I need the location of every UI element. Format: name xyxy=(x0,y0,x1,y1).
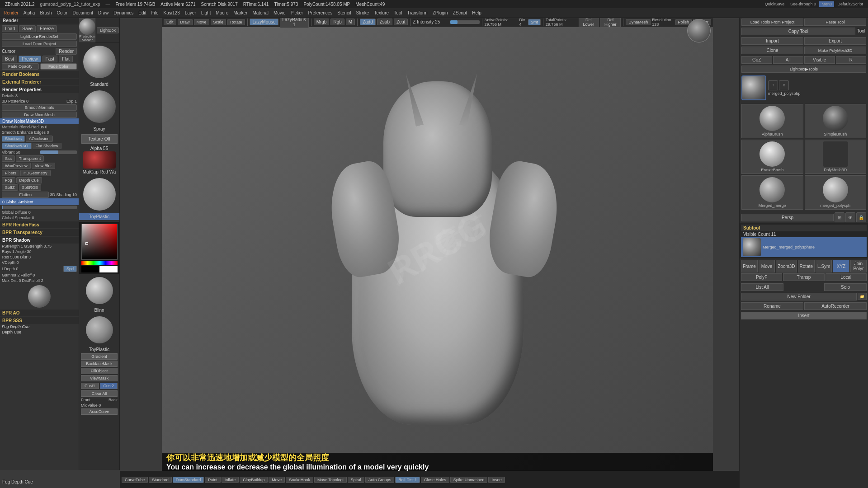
menu-marker[interactable]: Marker xyxy=(231,10,249,16)
import-btn[interactable]: Import xyxy=(741,37,803,45)
paste-tool-btn[interactable]: Paste Tool xyxy=(804,19,866,26)
polymesh-item[interactable]: PolyMesh3D xyxy=(805,140,867,174)
subtool-merged-item[interactable]: Merged_merged_polysphere xyxy=(741,237,867,257)
gradient-btn[interactable]: Gradient xyxy=(81,353,118,360)
black-swatch[interactable] xyxy=(81,266,99,272)
del-higher-btn[interactable]: Del Higher xyxy=(600,17,621,28)
white-swatch[interactable] xyxy=(99,266,118,272)
zoom3d-btn[interactable]: Zoom3D xyxy=(776,260,797,272)
z-intensity-slider[interactable] xyxy=(450,20,479,24)
toyplastic1-item[interactable]: ToyPlastic xyxy=(79,178,119,220)
join-polyf-btn[interactable]: Join Polyr xyxy=(850,260,867,272)
scroll-btn[interactable]: ↕ xyxy=(768,80,778,90)
flat-shadow-btn[interactable]: Flat Shadow xyxy=(33,143,61,149)
mrgb-btn[interactable]: Mrgb xyxy=(314,19,330,25)
best-btn[interactable]: Best xyxy=(2,56,17,62)
menu-movie[interactable]: Movie xyxy=(272,10,288,16)
canvas-viewport[interactable]: RRCG 人人素材 xyxy=(162,27,713,470)
menu-picker[interactable]: Picker xyxy=(289,10,305,16)
eraser-brush-item[interactable]: EraserBrush xyxy=(741,140,803,174)
visible-btn[interactable]: Visible xyxy=(804,56,835,64)
clone-btn[interactable]: Clone xyxy=(741,47,803,54)
transparent-btn[interactable]: Transparent xyxy=(16,155,44,162)
projection-master-btn[interactable]: ProjectionMaster xyxy=(79,18,96,42)
shadow-ao-btn[interactable]: Shadow&AO xyxy=(2,143,32,149)
menu-zscript[interactable]: ZScript xyxy=(451,10,469,16)
rgb-btn[interactable]: Rgb xyxy=(330,19,344,25)
menu-zplugin[interactable]: ZPlugin xyxy=(431,10,450,16)
view-blur-btn[interactable]: View Blur xyxy=(32,163,55,169)
draw-micromesh-btn[interactable]: Draw MicroMesh xyxy=(2,112,77,118)
move-topologi-btn[interactable]: Move Topologi xyxy=(314,477,347,483)
all-btn[interactable]: All xyxy=(773,56,804,64)
paint-btn[interactable]: Paint xyxy=(205,477,221,483)
lsym-btn[interactable]: L.Sym xyxy=(816,260,832,272)
m-btn[interactable]: M xyxy=(346,19,355,25)
simple-brush-item[interactable]: SimpleBrush xyxy=(805,104,867,138)
goz-btn[interactable]: GoZ xyxy=(741,56,772,64)
zoom-btn[interactable]: ⊕ xyxy=(779,80,789,90)
transp-btn[interactable]: Transp xyxy=(783,273,824,281)
softrgb-btn[interactable]: SoftRGB xyxy=(19,184,42,191)
active-tool-thumb[interactable] xyxy=(741,75,766,100)
zsub-btn[interactable]: Zsub xyxy=(377,19,392,25)
fibers-btn[interactable]: Fibers xyxy=(2,170,19,176)
menus-btn[interactable]: Menu xyxy=(819,1,834,7)
list-all-btn[interactable]: List All xyxy=(741,283,783,291)
export-btn[interactable]: Export xyxy=(804,37,866,45)
auto-groups-btn[interactable]: Auto Groups xyxy=(365,477,395,483)
move-mode-btn[interactable]: Move xyxy=(194,19,209,25)
clear-all-btn[interactable]: Clear All xyxy=(81,390,118,397)
preview-btn[interactable]: Preview xyxy=(19,56,41,62)
save-btn[interactable]: Save xyxy=(19,25,36,32)
bpr-sss-header[interactable]: BPR SSS xyxy=(0,317,79,324)
subtool-header[interactable]: Subtool xyxy=(741,225,867,231)
inflate-btn[interactable]: Inflate xyxy=(222,477,239,483)
zadd-btn[interactable]: Zadd xyxy=(360,19,376,25)
render-properties-header[interactable]: Render Properties xyxy=(0,86,79,93)
draw-mode-btn[interactable]: Draw xyxy=(178,19,193,25)
copy-tool-btn[interactable]: Copy Tool xyxy=(741,28,855,35)
local-btn[interactable]: Local xyxy=(826,273,867,281)
view-mask-btn[interactable]: ViewMask xyxy=(81,375,118,381)
bw-strip[interactable] xyxy=(81,266,118,272)
load-from-proj-btn[interactable]: Load From Project xyxy=(2,41,77,47)
nav-sphere[interactable] xyxy=(687,19,711,42)
flatten-btn[interactable]: Flatten xyxy=(2,192,49,198)
standard-brush-btn[interactable]: Standard xyxy=(149,477,172,483)
render-panel-title[interactable]: Render xyxy=(0,17,79,24)
menu-draw[interactable]: Draw xyxy=(96,10,110,16)
shadows-btn[interactable]: Shadows xyxy=(2,136,25,142)
menu-stroke[interactable]: Stroke xyxy=(354,10,371,16)
menu-file[interactable]: File xyxy=(149,10,160,16)
cust2-btn[interactable]: Cust2 xyxy=(100,383,118,389)
fast-btn[interactable]: Fast xyxy=(42,56,57,62)
menu-document[interactable]: Document xyxy=(71,10,95,16)
autorecorder-btn[interactable]: AutoRecorder xyxy=(804,302,867,310)
menu-tool[interactable]: Tool xyxy=(392,10,404,16)
smooth-normals-btn[interactable]: SmoothNormals xyxy=(2,104,77,111)
menu-light[interactable]: Light xyxy=(199,10,213,16)
close-holes-btn[interactable]: Close Holes xyxy=(421,477,449,483)
make-polymesh-btn[interactable]: Make PolyMesh3D xyxy=(804,47,866,54)
move-bottom-btn[interactable]: Move xyxy=(269,477,285,483)
spiral-btn[interactable]: Spiral xyxy=(348,477,364,483)
edit-btn[interactable]: Edit xyxy=(164,19,176,25)
fill-object-btn[interactable]: FillObject xyxy=(81,368,118,374)
claybuildup-btn[interactable]: ClayBuildup xyxy=(240,477,268,483)
texture-off-btn[interactable]: Texture Off xyxy=(81,134,118,144)
external-renderer-header[interactable]: External Renderer xyxy=(0,79,79,85)
hdgeometry-btn[interactable]: HDGeometry xyxy=(20,170,51,176)
fog-btn[interactable]: Fog xyxy=(2,177,15,183)
xyz-btn[interactable]: XYZ xyxy=(833,260,849,272)
hue-strip[interactable] xyxy=(81,261,118,265)
folder-icon[interactable]: 📁 xyxy=(858,293,867,300)
damstandard-btn[interactable]: DamStandard xyxy=(173,477,204,483)
render-btn[interactable]: Render xyxy=(56,48,77,55)
blinn-item[interactable]: Blinn xyxy=(79,277,119,314)
load-btn[interactable]: Load xyxy=(2,25,18,32)
menu-alpha[interactable]: Alpha xyxy=(22,10,37,16)
lightbox-renderset-btn[interactable]: Lightbox▶RenderSet xyxy=(2,33,77,40)
solo-btn[interactable]: Solo xyxy=(824,283,867,291)
scale-btn[interactable]: Scale xyxy=(211,19,226,25)
